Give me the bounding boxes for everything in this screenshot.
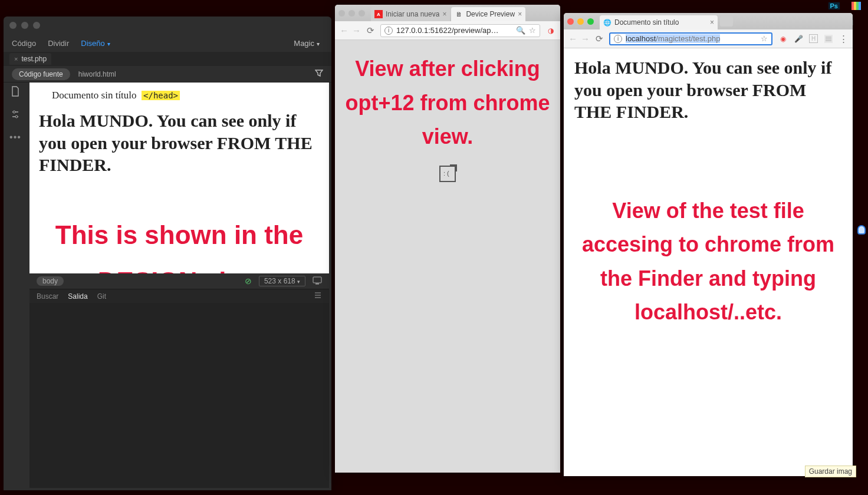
annotation-design-view: This is shown in the DESIGN view [39, 212, 320, 274]
reload-icon[interactable]: ⟳ [596, 34, 603, 44]
dreamweaver-window: Código Dividir Diseño Magic × test.php C… [4, 16, 331, 490]
tab-document[interactable]: 🌐 Documento sin título × [600, 15, 718, 29]
canvas-size[interactable]: 523 x 618 ▾ [259, 276, 305, 286]
url-text: 127.0.0.1:51622/preview/ap… [396, 26, 512, 35]
new-tab-button[interactable] [720, 16, 733, 27]
validate-ok-icon[interactable]: ⊘ [245, 276, 252, 286]
more-icon[interactable]: ••• [9, 132, 21, 143]
extension-icon[interactable]: ◑ [546, 26, 555, 35]
close-icon[interactable]: × [518, 10, 522, 18]
page-viewport[interactable]: View after clicking opt+12 from chrome v… [335, 40, 560, 473]
mode-design[interactable]: Diseño [81, 39, 110, 48]
magic-menu[interactable]: Magic [294, 39, 320, 48]
chrome-window-preview: A Iniciar una nueva × 🗎 Device Preview ×… [335, 5, 560, 473]
chrome-window-localhost: 🌐 Documento sin título × ← → ⟳ i localho… [564, 13, 853, 476]
close-dot[interactable] [567, 18, 574, 25]
menu-icon[interactable]: ⋮ [839, 34, 848, 44]
doc-title: Documento sin título [52, 90, 137, 101]
site-info-icon[interactable]: i [384, 27, 393, 35]
footer-bar: Buscar Salida Git [29, 289, 329, 303]
file-tab-label: test.php [21, 55, 47, 63]
adobe-icon: A [374, 10, 383, 18]
mode-split[interactable]: Dividir [48, 39, 69, 48]
save-image-tooltip[interactable]: Guardar imag [805, 466, 856, 477]
omnibox[interactable]: i 127.0.0.1:51622/preview/ap… 🔍 ☆ [380, 24, 540, 37]
footer-search[interactable]: Buscar [37, 292, 58, 301]
ext-stripe-icon[interactable] [824, 34, 833, 44]
view-mode-toolbar: Código Dividir Diseño Magic [4, 34, 331, 52]
minimize-dot[interactable] [577, 18, 584, 25]
page-heading: Hola MUNDO. You can see only if you open… [574, 57, 842, 123]
tab-label: Device Preview [466, 10, 515, 18]
device-preview-icon[interactable] [313, 276, 322, 286]
ext-h-icon[interactable]: H [809, 34, 818, 43]
zoom-dot[interactable] [33, 22, 40, 29]
globe-icon: 🌐 [603, 18, 611, 27]
broken-page-icon: : ( [439, 166, 456, 182]
ext-red-icon[interactable]: ◉ [778, 34, 788, 44]
tag-selector[interactable]: body [37, 276, 64, 286]
forward-icon[interactable]: → [581, 34, 590, 44]
tab-strip: 🌐 Documento sin título × [564, 13, 853, 29]
collapse-icon[interactable] [314, 292, 322, 301]
tab-strip: A Iniciar una nueva × 🗎 Device Preview × [335, 5, 560, 21]
left-rail: ••• [4, 82, 27, 490]
window-titlebar[interactable] [4, 16, 331, 34]
file-tab-bar: × test.php [4, 52, 331, 66]
bookmark-icon[interactable]: ☆ [529, 26, 536, 35]
page-viewport[interactable]: Hola MUNDO. You can see only if you open… [564, 48, 853, 476]
back-icon[interactable]: ← [568, 34, 577, 44]
svg-rect-2 [313, 277, 321, 283]
source-bar: Código fuente hiworld.html [4, 66, 331, 82]
close-dot[interactable] [9, 22, 17, 29]
bookmark-icon[interactable]: ☆ [761, 34, 768, 43]
file-tab[interactable]: × test.php [9, 53, 51, 65]
omnibox[interactable]: i localhost/magictest/test.php ☆ [609, 32, 772, 45]
tab-adobe[interactable]: A Iniciar una nueva × [371, 7, 450, 21]
annotation-preview: View after clicking opt+12 from chrome v… [335, 40, 560, 154]
close-icon[interactable]: × [14, 55, 18, 62]
forward-icon[interactable]: → [352, 25, 361, 35]
design-canvas[interactable]: Documento sin título </head> Hola MUNDO.… [29, 82, 329, 273]
footer-output[interactable]: Salida [68, 292, 87, 301]
file-icon[interactable] [11, 86, 20, 99]
close-icon[interactable]: × [442, 10, 446, 18]
tab-device-preview[interactable]: 🗎 Device Preview × [451, 7, 525, 21]
filter-icon[interactable] [315, 69, 323, 79]
googlevoice-icon[interactable]: 🎤 [794, 34, 803, 44]
source-code-pill[interactable]: Código fuente [12, 68, 70, 80]
svg-point-0 [13, 111, 15, 113]
minimize-dot[interactable] [348, 10, 355, 16]
svg-rect-3 [315, 283, 319, 285]
annotation-localhost: View of the test file accesing to chrome… [564, 123, 853, 329]
reload-icon[interactable]: ⟳ [367, 25, 374, 36]
search-icon[interactable]: 🔍 [516, 26, 525, 35]
back-icon[interactable]: ← [340, 25, 348, 35]
adjust-icon[interactable] [11, 110, 20, 121]
tab-label: Documento sin título [614, 18, 707, 27]
zoom-dot[interactable] [587, 18, 594, 25]
output-console[interactable] [29, 303, 329, 488]
mic-bubble-icon[interactable] [857, 225, 866, 235]
address-bar: ← → ⟳ i localhost/magictest/test.php ☆ ◉… [564, 29, 853, 48]
page-heading: Hola MUNDO. You can see only if you open… [39, 110, 320, 176]
tab-label: Iniciar una nueva [386, 10, 439, 18]
photoshop-icon[interactable]: Ps [828, 2, 840, 9]
minimize-dot[interactable] [21, 22, 28, 29]
page-icon: 🗎 [455, 10, 463, 18]
footer-git[interactable]: Git [97, 292, 106, 301]
doc-title-line: Documento sin título </head> [52, 90, 320, 101]
close-icon[interactable]: × [710, 18, 714, 27]
status-bar: body ⊘ 523 x 618 ▾ [29, 273, 329, 289]
site-info-icon[interactable]: i [614, 35, 622, 43]
address-bar: ← → ⟳ i 127.0.0.1:51622/preview/ap… 🔍 ☆ … [335, 21, 560, 40]
svg-point-1 [15, 116, 18, 118]
url-text: localhost/magictest/test.php [626, 34, 757, 43]
close-dot[interactable] [338, 10, 345, 16]
system-menubar: Ps [821, 0, 868, 12]
zoom-dot[interactable] [359, 10, 365, 16]
head-close-tag: </head> [142, 91, 180, 100]
bars-icon[interactable] [851, 2, 861, 10]
mode-code[interactable]: Código [12, 39, 36, 48]
related-file[interactable]: hiworld.html [78, 70, 116, 78]
